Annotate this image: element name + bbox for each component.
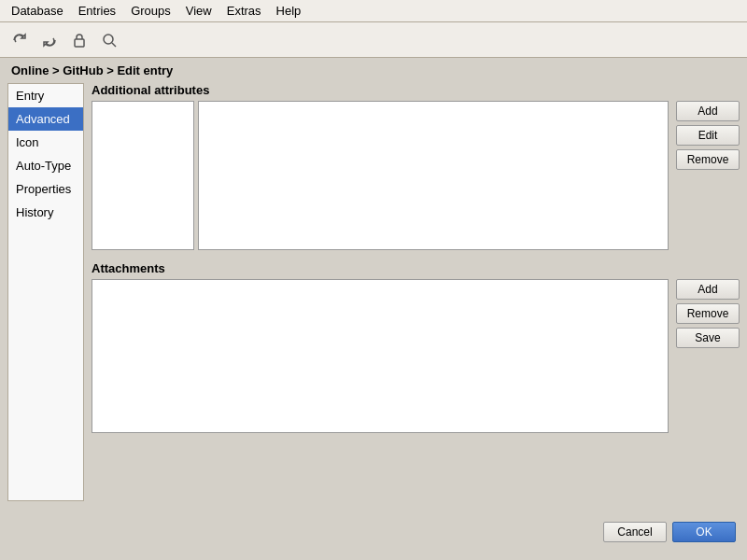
- main-content: Additional attributes Add Edit Remove At…: [92, 83, 740, 501]
- main-layout: Entry Advanced Icon Auto-Type Properties…: [0, 83, 747, 509]
- attr-add-button[interactable]: Add: [676, 101, 740, 121]
- sidebar: Entry Advanced Icon Auto-Type Properties…: [7, 83, 84, 501]
- toolbar-sync-alt-button[interactable]: [35, 26, 63, 54]
- menu-database[interactable]: Database: [4, 2, 71, 20]
- sidebar-item-properties[interactable]: Properties: [8, 177, 83, 201]
- menu-help[interactable]: Help: [269, 2, 309, 20]
- toolbar-search-button[interactable]: [95, 26, 123, 54]
- attach-save-button[interactable]: Save: [676, 328, 740, 348]
- attr-row: Add Edit Remove: [92, 101, 740, 250]
- cancel-button[interactable]: Cancel: [603, 522, 667, 542]
- sync-alt-icon: [41, 32, 58, 49]
- attr-buttons: Add Edit Remove: [676, 101, 740, 170]
- ok-button[interactable]: OK: [672, 522, 736, 542]
- svg-point-1: [104, 35, 113, 44]
- toolbar-lock-button[interactable]: [65, 26, 93, 54]
- menu-view[interactable]: View: [178, 2, 219, 20]
- toolbar: [0, 22, 747, 58]
- attach-add-button[interactable]: Add: [676, 279, 740, 300]
- additional-attributes-section: Additional attributes Add Edit Remove: [92, 83, 740, 250]
- attr-edit-button[interactable]: Edit: [676, 125, 740, 146]
- attach-remove-button[interactable]: Remove: [676, 303, 740, 324]
- attach-row: Add Remove Save: [92, 279, 740, 433]
- sidebar-item-icon[interactable]: Icon: [8, 131, 83, 154]
- search-icon: [101, 32, 118, 49]
- sidebar-item-advanced[interactable]: Advanced: [8, 107, 83, 131]
- menu-extras[interactable]: Extras: [219, 2, 269, 20]
- attr-value-box[interactable]: [198, 101, 669, 250]
- footer: Cancel OK: [0, 509, 747, 555]
- toolbar-sync-button[interactable]: [6, 26, 34, 54]
- menu-entries[interactable]: Entries: [71, 2, 123, 20]
- attr-remove-button[interactable]: Remove: [676, 149, 740, 170]
- breadcrumb-text: Online > GitHub > Edit entry: [11, 63, 173, 77]
- sync-icon: [11, 32, 28, 49]
- content-wrapper: Entry Advanced Icon Auto-Type Properties…: [0, 83, 747, 555]
- lock-icon: [71, 32, 88, 49]
- attach-buttons: Add Remove Save: [676, 279, 740, 348]
- attach-list-box[interactable]: [92, 279, 669, 433]
- sidebar-item-history[interactable]: History: [8, 201, 83, 224]
- svg-rect-0: [75, 39, 84, 47]
- additional-attributes-title: Additional attributes: [92, 83, 740, 97]
- breadcrumb: Online > GitHub > Edit entry: [0, 58, 747, 83]
- svg-line-2: [112, 43, 116, 47]
- sidebar-item-entry[interactable]: Entry: [8, 84, 83, 107]
- sidebar-item-auto-type[interactable]: Auto-Type: [8, 154, 83, 177]
- attr-list-box[interactable]: [92, 101, 194, 250]
- attachments-title: Attachments: [92, 261, 740, 275]
- menu-groups[interactable]: Groups: [123, 2, 178, 20]
- menubar: Database Entries Groups View Extras Help: [0, 0, 747, 22]
- attachments-section: Attachments Add Remove Save: [92, 261, 740, 433]
